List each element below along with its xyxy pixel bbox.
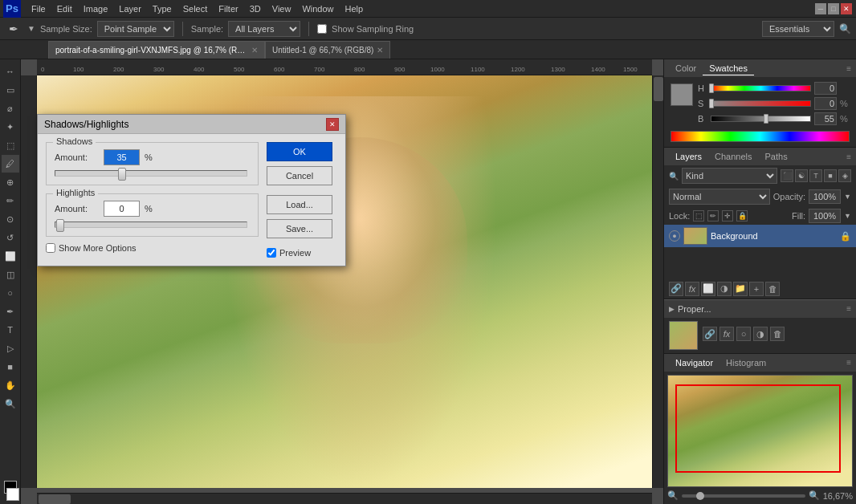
tool-crop[interactable]: ⬚ xyxy=(2,136,19,154)
tool-brush[interactable]: ✏ xyxy=(2,192,19,209)
sample-select[interactable]: All Layers xyxy=(228,21,300,37)
h-slider-thumb[interactable] xyxy=(709,83,714,93)
b-slider-track[interactable] xyxy=(711,116,811,122)
channels-tab[interactable]: Channels xyxy=(708,150,758,163)
paths-tab[interactable]: Paths xyxy=(759,150,794,163)
fill-arrow[interactable]: ▼ xyxy=(844,212,851,220)
h-value-input[interactable] xyxy=(814,82,837,95)
menu-layer[interactable]: Layer xyxy=(113,2,147,15)
new-layer-button[interactable]: + xyxy=(749,282,764,296)
tool-zoom[interactable]: 🔍 xyxy=(2,395,19,413)
highlights-slider-track[interactable] xyxy=(55,222,247,228)
tool-options-arrow[interactable]: ▼ xyxy=(27,24,35,33)
h-slider-track[interactable] xyxy=(711,85,811,91)
menu-filter[interactable]: Filter xyxy=(213,2,243,15)
scrollbar-vertical[interactable] xyxy=(652,75,663,488)
menu-help[interactable]: Help xyxy=(340,2,369,15)
color-spectrum[interactable] xyxy=(671,131,850,142)
layer-visibility-eye[interactable]: ● xyxy=(669,230,680,242)
lock-paint-icon[interactable]: ✏ xyxy=(707,210,719,222)
prop-trash-icon[interactable]: 🗑 xyxy=(770,327,785,341)
show-sampling-checkbox[interactable] xyxy=(317,24,327,34)
window-minimize[interactable]: ─ xyxy=(815,3,826,14)
scrollbar-horizontal[interactable] xyxy=(37,493,652,504)
eyedropper-icon[interactable]: ✒ xyxy=(5,20,22,38)
tool-clone[interactable]: ⊙ xyxy=(2,210,19,228)
s-slider-track[interactable] xyxy=(711,100,811,107)
highlights-slider-thumb[interactable] xyxy=(56,219,64,232)
s-value-input[interactable] xyxy=(814,97,837,110)
tool-gradient[interactable]: ◫ xyxy=(2,266,19,283)
highlights-amount-input[interactable] xyxy=(104,201,140,217)
tool-dodge[interactable]: ○ xyxy=(2,284,19,302)
layer-item-background[interactable]: ● Background 🔒 xyxy=(664,225,856,247)
save-button[interactable]: Save... xyxy=(267,219,332,238)
menu-image[interactable]: Image xyxy=(78,2,114,15)
color-preview-swatch[interactable] xyxy=(671,83,693,106)
adjustment-button[interactable]: ◑ xyxy=(717,282,732,296)
shape-filter-icon[interactable]: ■ xyxy=(824,169,837,182)
tool-text[interactable]: T xyxy=(2,321,19,339)
adjustment-filter-icon[interactable]: ☯ xyxy=(795,169,808,182)
swatches-tab[interactable]: Swatches xyxy=(703,62,754,75)
s-slider-thumb[interactable] xyxy=(709,99,714,108)
prop-adj-icon[interactable]: ◑ xyxy=(753,327,768,341)
layers-panel-menu[interactable]: ≡ xyxy=(846,152,851,161)
tool-hand[interactable]: ✋ xyxy=(2,376,19,394)
tab-portrait-close[interactable]: ✕ xyxy=(251,46,258,55)
background-color[interactable] xyxy=(6,488,19,501)
tool-wand[interactable]: ✦ xyxy=(2,118,19,136)
load-button[interactable]: Load... xyxy=(267,195,332,214)
shadows-slider-thumb[interactable] xyxy=(118,168,126,181)
opacity-input[interactable] xyxy=(809,189,841,204)
layers-tab[interactable]: Layers xyxy=(669,150,708,163)
color-tab[interactable]: Color xyxy=(669,62,703,75)
menu-3d[interactable]: 3D xyxy=(244,2,267,15)
pixel-filter-icon[interactable]: ⬛ xyxy=(781,169,793,182)
lock-transparent-icon[interactable]: ⬚ xyxy=(693,210,704,222)
fill-input[interactable] xyxy=(809,209,841,223)
layer-kind-select[interactable]: Kind xyxy=(682,168,777,184)
lock-all-icon[interactable]: 🔒 xyxy=(736,210,748,222)
blend-mode-select[interactable]: Normal xyxy=(669,189,770,205)
properties-panel-header[interactable]: ▶ Proper... ≡ xyxy=(664,300,856,318)
zoom-in-icon[interactable]: 🔍 xyxy=(809,490,820,501)
tool-eraser[interactable]: ⬜ xyxy=(2,247,19,265)
lock-move-icon[interactable]: ✛ xyxy=(722,210,733,222)
smart-filter-icon[interactable]: ◈ xyxy=(838,169,851,182)
tool-heal[interactable]: ⊕ xyxy=(2,173,19,191)
preview-checkbox[interactable] xyxy=(267,248,276,258)
menu-edit[interactable]: Edit xyxy=(51,2,78,15)
b-value-input[interactable] xyxy=(814,112,837,125)
prop-fx-icon[interactable]: fx xyxy=(719,327,734,341)
delete-layer-button[interactable]: 🗑 xyxy=(765,282,780,296)
color-panel-menu[interactable]: ≡ xyxy=(846,64,851,73)
fx-button[interactable]: fx xyxy=(685,282,699,296)
add-mask-button[interactable]: ⬜ xyxy=(701,282,715,296)
tab-untitled-close[interactable]: ✕ xyxy=(377,46,383,55)
ok-button[interactable]: OK xyxy=(267,142,332,161)
navigator-tab[interactable]: Navigator xyxy=(669,356,719,369)
workspace-select[interactable]: Essentials xyxy=(762,21,834,37)
tool-lasso[interactable]: ⌀ xyxy=(2,100,19,117)
prop-mask-icon[interactable]: ○ xyxy=(736,327,751,341)
sample-size-select[interactable]: Point Sample xyxy=(97,21,174,37)
tool-eyedropper[interactable]: 🖊 xyxy=(2,155,19,173)
tool-history[interactable]: ↺ xyxy=(2,229,19,246)
zoom-slider-track[interactable] xyxy=(682,494,805,498)
shadows-slider-track[interactable] xyxy=(55,170,247,177)
properties-panel-menu[interactable]: ≡ xyxy=(846,304,851,313)
tab-untitled[interactable]: Untitled-1 @ 66,7% (RGB/8) ✕ xyxy=(265,41,390,59)
cancel-button[interactable]: Cancel xyxy=(267,166,332,185)
b-slider-thumb[interactable] xyxy=(764,114,768,124)
menu-view[interactable]: View xyxy=(267,2,297,15)
dialog-close-button[interactable]: ✕ xyxy=(326,118,339,131)
tab-portrait[interactable]: portrait-of-a-smiling-girl-VXNJMFS.jpg @… xyxy=(48,41,265,59)
show-more-checkbox[interactable] xyxy=(46,243,55,253)
menu-window[interactable]: Window xyxy=(296,2,339,15)
zoom-slider-thumb[interactable] xyxy=(696,492,704,500)
shadows-highlights-dialog[interactable]: Shadows/Highlights ✕ Shadows Amount: xyxy=(37,114,346,266)
prop-link-icon[interactable]: 🔗 xyxy=(703,327,717,341)
window-maximize[interactable]: □ xyxy=(828,3,839,14)
histogram-tab[interactable]: Histogram xyxy=(719,356,772,369)
